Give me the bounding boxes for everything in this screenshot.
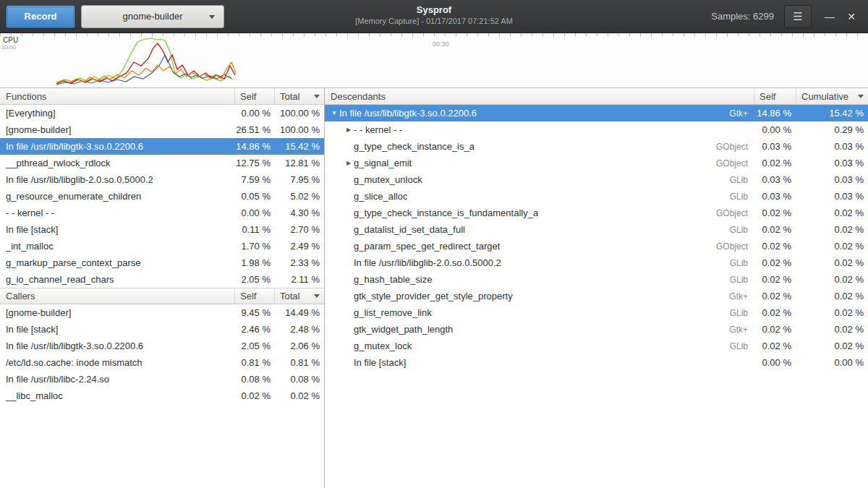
table-row[interactable]: __libc_malloc0.02 %0.02 %	[0, 388, 324, 404]
table-row[interactable]: g_mutex_lockGLib0.02 %0.02 %	[325, 338, 868, 354]
table-row[interactable]: In file /usr/lib/libgtk-3.so.0.2200.614.…	[0, 138, 324, 155]
column-header-functions[interactable]: Functions	[0, 88, 235, 104]
cumulative-value: 0.02 %	[796, 324, 868, 335]
table-row[interactable]: g_list_remove_linkGLib0.02 %0.02 %	[325, 304, 868, 321]
chevron-right-icon[interactable]: ▶	[344, 160, 354, 166]
function-name: g_mutex_lock	[354, 341, 412, 351]
self-value: 0.02 %	[754, 341, 796, 351]
table-row[interactable]: - - kernel - -0.00 %4.30 %	[0, 205, 324, 221]
descendant-name-cell: ▶- - kernel - -	[325, 124, 754, 135]
table-row[interactable]: In file [stack]0.11 %2.70 %	[0, 221, 324, 238]
table-row[interactable]: ▶g_signal_emitGObject0.02 %0.03 %	[325, 155, 868, 171]
table-row[interactable]: g_type_check_instance_is_aGObject0.03 %0…	[325, 138, 868, 155]
function-name: gtk_style_provider_get_style_property	[354, 291, 513, 301]
descendant-name-cell: gtk_style_provider_get_style_propertyGtk…	[325, 291, 754, 301]
function-name: g_type_check_instance_is_fundamentally_a	[354, 207, 538, 218]
descendant-name-cell: g_type_check_instance_is_fundamentally_a…	[325, 207, 754, 218]
table-row[interactable]: _int_malloc1.70 %2.49 %	[0, 238, 324, 254]
self-value: 14.86 %	[235, 141, 275, 152]
descendant-name-cell: ▼In file /usr/lib/libgtk-3.so.0.2200.6Gt…	[325, 108, 754, 119]
function-name: [gnome-builder]	[0, 307, 235, 318]
function-name: g_list_remove_link	[354, 307, 432, 318]
close-button[interactable]: ✕	[841, 6, 862, 27]
table-row[interactable]: __pthread_rwlock_rdlock12.75 %12.81 %	[0, 155, 324, 171]
table-row[interactable]: g_mutex_unlockGLib0.03 %0.03 %	[325, 171, 868, 188]
table-row[interactable]: g_type_check_instance_is_fundamentally_a…	[325, 205, 868, 221]
function-name: g_io_channel_read_chars	[0, 274, 235, 285]
descendants-table-body: ▼In file /usr/lib/libgtk-3.so.0.2200.6Gt…	[325, 105, 868, 371]
cpu-timeline[interactable]: CPU 00:00 00:30	[0, 33, 868, 88]
cumulative-value: 0.03 %	[796, 191, 868, 202]
table-row[interactable]: In file [stack]2.46 %2.48 %	[0, 321, 324, 338]
descendant-name-cell: In file /usr/lib/libglib-2.0.so.0.5000.2…	[325, 257, 754, 268]
process-selector-dropdown[interactable]: gnome-builder	[81, 5, 224, 28]
cumulative-value: 0.02 %	[796, 241, 868, 252]
table-row[interactable]: [gnome-builder]26.51 %100.00 %	[0, 121, 324, 138]
table-row[interactable]: /etc/ld.so.cache: inode mismatch0.81 %0.…	[0, 354, 324, 371]
library-tag: Gtk+	[729, 108, 754, 119]
table-row[interactable]: g_param_spec_get_redirect_targetGObject0…	[325, 238, 868, 254]
column-header-total[interactable]: Total	[275, 288, 324, 304]
function-name: In file /usr/lib/libglib-2.0.so.0.5000.2	[0, 174, 235, 185]
chevron-down-icon[interactable]: ▼	[329, 110, 339, 116]
total-value: 14.49 %	[275, 307, 324, 318]
total-value: 2.70 %	[275, 224, 324, 235]
table-row[interactable]: g_slice_allocGLib0.03 %0.03 %	[325, 188, 868, 205]
library-tag: GLib	[730, 192, 754, 202]
column-header-self[interactable]: Self	[754, 88, 796, 104]
chevron-right-icon[interactable]: ▶	[344, 127, 354, 133]
function-name: _int_malloc	[0, 241, 235, 252]
table-row[interactable]: ▼In file /usr/lib/libgtk-3.so.0.2200.6Gt…	[325, 105, 868, 121]
descendant-name-cell: g_hash_table_sizeGLib	[325, 274, 754, 285]
function-name: In file [stack]	[0, 324, 235, 335]
table-row[interactable]: In file [stack]0.00 %0.00 %	[325, 354, 868, 371]
column-header-cumulative[interactable]: Cumulative	[796, 88, 868, 104]
table-row[interactable]: g_markup_parse_context_parse1.98 %2.33 %	[0, 254, 324, 271]
function-name: gtk_widget_path_length	[354, 324, 453, 335]
table-row[interactable]: gtk_widget_path_lengthGtk+0.02 %0.02 %	[325, 321, 868, 338]
column-header-total[interactable]: Total	[275, 88, 324, 104]
sort-descending-icon	[858, 95, 864, 98]
table-row[interactable]: gtk_style_provider_get_style_propertyGtk…	[325, 288, 868, 304]
column-header-self[interactable]: Self	[235, 288, 275, 304]
record-button[interactable]: Record	[6, 5, 75, 28]
library-tag: GObject	[716, 142, 754, 152]
library-tag: GLib	[730, 308, 754, 318]
cumulative-value: 0.02 %	[796, 341, 868, 351]
menu-button[interactable]: ☰	[784, 5, 812, 28]
function-name: /etc/ld.so.cache: inode mismatch	[0, 357, 235, 368]
total-value: 0.81 %	[275, 357, 324, 368]
table-row[interactable]: In file /usr/lib/libc-2.24.so0.08 %0.08 …	[0, 371, 324, 388]
table-row[interactable]: [gnome-builder]9.45 %14.49 %	[0, 304, 324, 321]
table-row[interactable]: [Everything]0.00 %100.00 %	[0, 105, 324, 121]
table-row[interactable]: g_datalist_id_set_data_fullGLib0.02 %0.0…	[325, 221, 868, 238]
descendant-name-cell: g_list_remove_linkGLib	[325, 307, 754, 318]
table-row[interactable]: In file /usr/lib/libglib-2.0.so.0.5000.2…	[0, 171, 324, 188]
cumulative-value: 0.03 %	[796, 174, 868, 185]
self-value: 2.05 %	[235, 274, 275, 285]
column-header-descendants[interactable]: Descendants	[325, 88, 754, 104]
table-row[interactable]: ▶- - kernel - -0.00 %0.29 %	[325, 121, 868, 138]
library-tag: GObject	[716, 241, 754, 252]
table-row[interactable]: g_io_channel_read_chars2.05 %2.11 %	[0, 271, 324, 288]
hamburger-icon: ☰	[793, 10, 802, 23]
column-header-callers[interactable]: Callers	[0, 288, 235, 304]
process-selector-label: gnome-builder	[122, 11, 182, 22]
function-name: g_datalist_id_set_data_full	[354, 224, 465, 235]
table-row[interactable]: g_resource_enumerate_children0.05 %5.02 …	[0, 188, 324, 205]
table-row[interactable]: In file /usr/lib/libglib-2.0.so.0.5000.2…	[325, 254, 868, 271]
self-value: 2.46 %	[235, 324, 275, 335]
column-header-self[interactable]: Self	[235, 88, 275, 104]
functions-table-header: Functions Self Total	[0, 88, 324, 105]
sysprof-window: Record gnome-builder Sysprof [Memory Cap…	[0, 0, 868, 488]
table-row[interactable]: In file /usr/lib/libgtk-3.so.0.2200.62.0…	[0, 338, 324, 354]
descendant-name-cell: g_mutex_unlockGLib	[325, 174, 754, 185]
cumulative-value: 0.02 %	[796, 224, 868, 235]
descendant-name-cell: g_datalist_id_set_data_fullGLib	[325, 224, 754, 235]
self-value: 0.02 %	[235, 390, 275, 401]
minimize-button[interactable]: —	[819, 6, 841, 27]
total-value: 2.06 %	[275, 341, 324, 351]
function-name: In file /usr/lib/libglib-2.0.so.0.5000.2	[354, 257, 501, 268]
table-row[interactable]: g_hash_table_sizeGLib0.02 %0.02 %	[325, 271, 868, 288]
function-name: [gnome-builder]	[0, 124, 235, 135]
